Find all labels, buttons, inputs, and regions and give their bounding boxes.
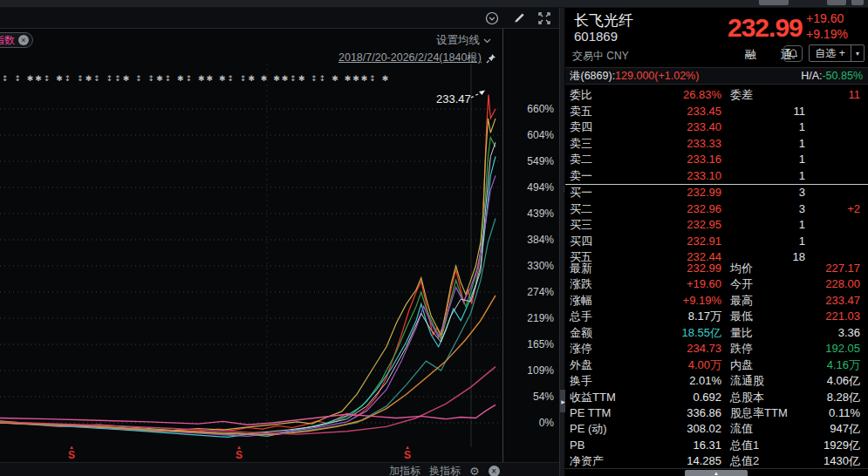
stat-row: PE TTM336.86股息率TTM0.11%: [565, 405, 868, 421]
y-axis-tick: 549%: [505, 155, 554, 167]
stock-name: 长飞光纤: [574, 10, 633, 31]
stat-row: 最新232.99均价227.17: [565, 261, 868, 276]
switch-indicator-button[interactable]: 换指标: [429, 464, 461, 476]
y-axis-tick: 439%: [505, 207, 554, 220]
trading-status: 交易中 CNY: [572, 49, 629, 64]
price-change-percent: +9.19%: [806, 27, 848, 41]
add-watchlist-button[interactable]: 自选 + ▼: [809, 44, 865, 62]
hk-code-label: 港(6869):: [570, 70, 615, 82]
high-price-annotation: 233.47: [436, 92, 471, 105]
y-axis-tick: 274%: [505, 286, 554, 298]
alert-bell-button[interactable]: [783, 45, 803, 62]
ex-rights-s-marker[interactable]: ▲S: [66, 445, 77, 460]
quote-bottom-splitter: ▲: [565, 468, 868, 476]
ask-row[interactable]: 卖一233.101: [565, 168, 868, 185]
top-strip-handle: [827, 0, 846, 5]
series-cyan-line: [0, 157, 496, 438]
ask-row[interactable]: 卖四233.401: [565, 119, 868, 136]
watchlist-label: 自选 +: [810, 46, 851, 61]
y-axis-tick: 494%: [505, 181, 554, 194]
chart-toolbar: [0, 8, 559, 29]
chart-plot-canvas[interactable]: [0, 29, 503, 462]
bid-row[interactable]: 买三232.951: [565, 217, 868, 234]
date-range-text[interactable]: 2018/7/20-2026/2/24(1840根): [338, 51, 482, 65]
ask-row[interactable]: 卖二233.161: [565, 152, 868, 168]
stat-row: 涨停234.73跌停192.05: [565, 341, 868, 357]
ask-row[interactable]: 卖五233.4511: [565, 104, 868, 120]
ha-premium-value: -50.85%: [822, 70, 863, 82]
pin-icon[interactable]: [486, 53, 496, 64]
stat-row: 收益TTM0.692总股本8.28亿: [565, 390, 868, 405]
expand-panel-handle[interactable]: ▲: [685, 470, 748, 476]
y-axis-tick: 384%: [505, 234, 554, 246]
bell-icon: [789, 49, 798, 59]
fullscreen-icon[interactable]: [537, 10, 552, 26]
trading-app-window: 660%604%549%494%439%384%330%274%219%165%…: [0, 0, 868, 476]
top-strip-handle: [759, 0, 789, 5]
indicator-settings-gear-icon[interactable]: ⚙: [469, 465, 480, 476]
bid-row[interactable]: 买四232.911: [565, 234, 868, 250]
kline-chart[interactable]: 660%604%549%494%439%384%330%274%219%165%…: [0, 29, 559, 462]
stat-row: PB16.31总值11929亿: [565, 438, 868, 453]
stat-row: PE (动)308.02流值947亿: [565, 421, 868, 437]
series-teal-line: [0, 219, 496, 435]
date-range-control: 2018/7/20-2026/2/24(1840根): [338, 51, 496, 65]
series-khaki-line: [0, 119, 496, 431]
ha-premium-label: H/A:: [801, 70, 822, 82]
add-indicator-button[interactable]: 加指标: [389, 464, 420, 476]
indicator-bar: 加指标 换指标 ⚙ ×: [0, 462, 559, 476]
stock-code: 601869: [574, 29, 618, 44]
ex-rights-s-marker[interactable]: ▲S: [402, 445, 413, 460]
quote-panel: 长飞光纤 601869 交易中 CNY 232.99 +19.60 +9.19%…: [565, 8, 868, 476]
draw-brush-icon[interactable]: [510, 10, 526, 26]
weibi-row: 委比26.83%委差11: [565, 87, 868, 104]
tag-close-icon[interactable]: ×: [18, 35, 29, 45]
price-change: +19.60: [806, 11, 844, 25]
overlay-index-tag[interactable]: 指数 ×: [0, 32, 33, 48]
stat-row: 涨幅+9.19%最高233.47: [565, 293, 868, 309]
quote-header: 长飞光纤 601869 交易中 CNY 232.99 +19.60 +9.19%…: [565, 8, 868, 67]
y-axis-tick: 54%: [505, 391, 554, 403]
series-green-line: [0, 138, 496, 436]
order-book: 委比26.83%委差11卖五233.4511卖四233.401卖三233.331…: [565, 87, 868, 266]
y-axis-tick: 219%: [505, 312, 554, 324]
stat-row: 外盘4.00万内盘4.16万: [565, 357, 868, 373]
ask-row[interactable]: 卖三233.331: [565, 136, 868, 153]
series-white-line: [0, 142, 496, 433]
stat-row: 净资产14.285总值21430亿: [565, 453, 868, 469]
stats-grid: 最新232.99均价227.17涨跌+19.60今开228.00涨幅+9.19%…: [565, 261, 868, 470]
y-axis-tick: 109%: [505, 364, 554, 377]
ma-settings-label: 设置均线: [436, 33, 480, 48]
chevron-down-icon: [483, 38, 491, 44]
overlay-index-label: 指数: [0, 33, 15, 48]
watchlist-dropdown[interactable]: ▼: [851, 45, 864, 61]
stat-row: 金额18.55亿量比3.36: [565, 325, 868, 341]
ex-rights-s-marker[interactable]: ▲S: [234, 445, 244, 460]
y-axis-tick: 660%: [505, 103, 554, 115]
y-axis-tick: 604%: [505, 129, 554, 141]
window-top-strip: [0, 0, 868, 8]
annotation-arrowhead: [479, 91, 485, 96]
y-axis-tick: 330%: [505, 260, 554, 272]
ma-settings-button[interactable]: 设置均线: [436, 33, 491, 48]
y-axis-tick: 0%: [505, 417, 554, 429]
hk-listing-row[interactable]: 港(6869):129.000(+1.02%) H/A:-50.85%: [565, 67, 868, 85]
indicator-close-icon[interactable]: ×: [489, 466, 500, 476]
series-pink-line: [0, 405, 496, 425]
series-rose-line: [0, 367, 496, 435]
series-orange-line: [0, 296, 496, 435]
stat-row: 总手8.17万最低221.03: [565, 309, 868, 324]
bid-row[interactable]: 买二232.963+2: [565, 201, 868, 218]
chart-y-axis: 660%604%549%494%439%384%330%274%219%165%…: [503, 29, 557, 447]
hk-price: 129.000(+1.02%): [615, 70, 699, 82]
stat-row: 涨跌+19.60今开228.00: [565, 276, 868, 292]
y-axis-tick: 165%: [505, 338, 554, 350]
stat-row: 换手2.01%流通股4.06亿: [565, 373, 868, 389]
caret-down-icon: ▼: [855, 51, 861, 57]
event-markers-row: ↕ ↕ ✱✱↕ ✱↕ ↕✱↕ ↕↕✱ ↕ ↕✱↕ ✱↕ ✱✱ ✱↕ ↕✱ ✱ ✱…: [2, 74, 480, 85]
collapse-circle-icon[interactable]: [484, 10, 500, 26]
top-strip-handle: [851, 0, 864, 5]
bid-row[interactable]: 买一232.993: [565, 185, 868, 201]
panel-splitter[interactable]: ⋮⋮ ▶: [559, 8, 565, 476]
